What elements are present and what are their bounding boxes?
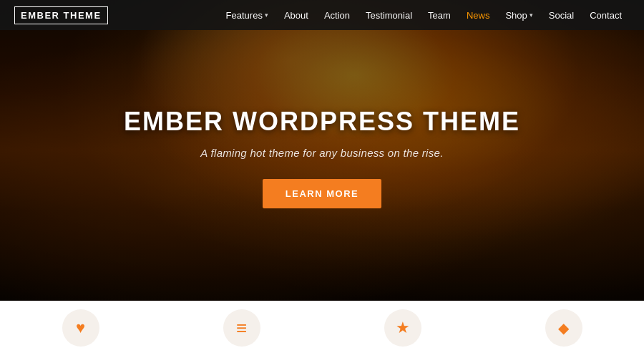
nav-link-shop[interactable]: Shop ▾	[497, 0, 540, 30]
list-icon-circle: ≡	[223, 309, 260, 347]
nav-link-contact[interactable]: Contact	[582, 0, 630, 30]
list-icon: ≡	[236, 317, 247, 339]
feature-heart: ♥	[62, 309, 99, 347]
learn-more-button[interactable]: LEARN MORE	[263, 179, 381, 208]
nav-link-team[interactable]: Team	[420, 0, 459, 30]
diamond-icon-circle: ◆	[545, 309, 582, 347]
nav-item-shop: Shop ▾	[497, 0, 540, 30]
nav-links: Features ▾ About Action Testimonial Team	[218, 0, 630, 30]
hero-content: EMBER WORDPRESS THEME A flaming hot them…	[124, 107, 520, 208]
nav-link-features[interactable]: Features ▾	[218, 0, 276, 30]
nav-link-action[interactable]: Action	[316, 0, 358, 30]
nav-item-about: About	[276, 0, 316, 30]
hero-subtitle: A flaming hot theme for any business on …	[124, 147, 520, 159]
feature-diamond: ◆	[545, 309, 582, 347]
navbar: EMBER THEME Features ▾ About Action Test…	[0, 0, 644, 30]
nav-item-contact: Contact	[582, 0, 630, 30]
nav-link-about[interactable]: About	[276, 0, 316, 30]
feature-list: ≡	[223, 309, 260, 347]
dropdown-arrow-shop: ▾	[530, 11, 533, 19]
nav-item-social: Social	[541, 0, 582, 30]
nav-item-action: Action	[316, 0, 358, 30]
nav-item-news: News	[459, 0, 498, 30]
dropdown-arrow-features: ▾	[265, 11, 268, 19]
nav-link-testimonial[interactable]: Testimonial	[358, 0, 420, 30]
features-strip: ♥ ≡ ★ ◆	[0, 301, 644, 358]
site-logo[interactable]: EMBER THEME	[14, 6, 108, 24]
heart-icon-circle: ♥	[62, 309, 99, 347]
hero-section: EMBER WORDPRESS THEME A flaming hot them…	[0, 0, 644, 301]
nav-item-features: Features ▾	[218, 0, 276, 30]
nav-item-team: Team	[420, 0, 459, 30]
star-icon-circle: ★	[384, 309, 421, 347]
nav-item-testimonial: Testimonial	[358, 0, 420, 30]
nav-link-news[interactable]: News	[459, 0, 498, 30]
star-icon: ★	[396, 319, 410, 337]
feature-star: ★	[384, 309, 421, 347]
heart-icon: ♥	[76, 319, 85, 337]
nav-link-social[interactable]: Social	[541, 0, 582, 30]
hero-title: EMBER WORDPRESS THEME	[124, 107, 520, 137]
diamond-icon: ◆	[558, 319, 569, 337]
